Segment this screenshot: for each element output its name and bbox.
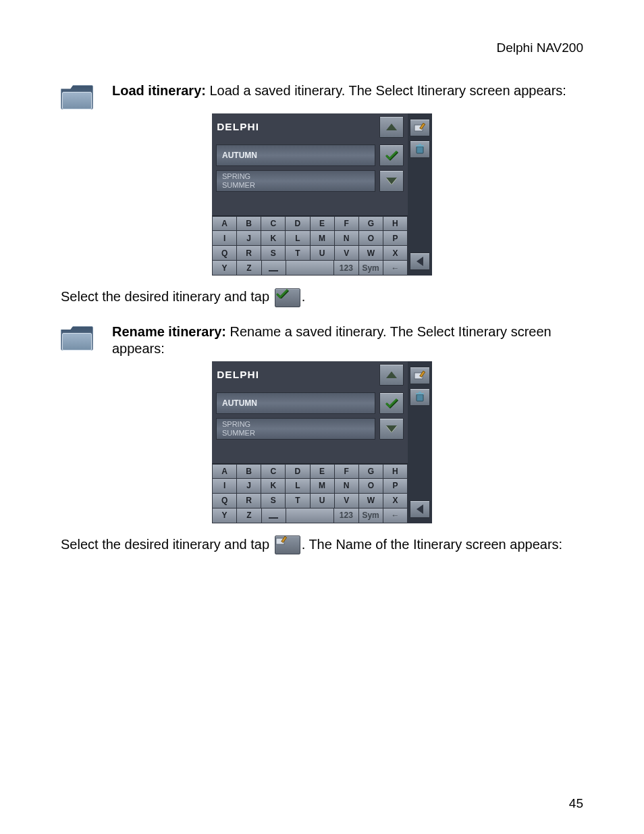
load-itinerary-text: Load itinerary: Load a saved itinerary. … xyxy=(112,82,583,99)
key-f[interactable]: F xyxy=(335,464,359,479)
key-blank[interactable] xyxy=(286,261,335,276)
key-z[interactable]: Z xyxy=(237,261,261,276)
itinerary-other-items[interactable]: SPRING SUMMER xyxy=(216,418,375,440)
key-sym[interactable]: Sym xyxy=(359,509,383,523)
trash-icon[interactable] xyxy=(410,388,430,406)
scroll-up-button[interactable] xyxy=(379,116,404,138)
svg-marker-9 xyxy=(386,425,397,432)
rename-itinerary-title: Rename itinerary: xyxy=(112,324,226,339)
svg-marker-15 xyxy=(417,504,423,514)
key-g[interactable]: G xyxy=(359,464,383,479)
key-a[interactable]: A xyxy=(212,216,237,231)
key-m[interactable]: M xyxy=(311,231,335,246)
svg-rect-6 xyxy=(419,144,421,145)
key-r[interactable]: R xyxy=(237,494,261,509)
key-b[interactable]: B xyxy=(237,216,261,231)
edit-icon[interactable] xyxy=(410,367,430,384)
key-q[interactable]: Q xyxy=(212,246,237,261)
svg-rect-12 xyxy=(417,394,423,401)
key-x[interactable]: X xyxy=(383,494,408,509)
key-b[interactable]: B xyxy=(237,464,261,479)
onscreen-keyboard: A B C D E F G H I J K L M xyxy=(212,215,408,276)
trash-icon[interactable] xyxy=(410,140,430,158)
key-c[interactable]: C xyxy=(261,216,286,231)
key-c[interactable]: C xyxy=(261,464,286,479)
key-j[interactable]: J xyxy=(237,231,261,246)
load-itinerary-body: Load a saved itinerary. The Select Itine… xyxy=(206,83,566,98)
key-e[interactable]: E xyxy=(311,464,335,479)
key-k[interactable]: K xyxy=(261,479,286,494)
key-u[interactable]: U xyxy=(311,494,335,509)
itinerary-selected[interactable]: AUTUMN xyxy=(216,392,375,414)
folder-icon xyxy=(61,326,93,350)
svg-rect-5 xyxy=(416,145,424,147)
key-h[interactable]: H xyxy=(383,464,408,479)
key-underscore[interactable] xyxy=(262,261,286,276)
confirm-button[interactable] xyxy=(379,392,404,414)
key-a[interactable]: A xyxy=(212,464,237,479)
key-blank[interactable] xyxy=(286,509,335,523)
svg-rect-14 xyxy=(419,392,421,393)
inline-edit-button xyxy=(275,536,300,554)
key-123[interactable]: 123 xyxy=(334,509,358,523)
key-backspace[interactable]: ← xyxy=(383,509,408,523)
svg-rect-4 xyxy=(417,147,423,153)
key-d[interactable]: D xyxy=(286,464,310,479)
key-l[interactable]: L xyxy=(286,231,310,246)
key-p[interactable]: P xyxy=(383,231,408,246)
edit-icon[interactable] xyxy=(410,119,430,136)
itinerary-selected[interactable]: AUTUMN xyxy=(216,145,375,166)
key-u[interactable]: U xyxy=(311,246,335,261)
key-z[interactable]: Z xyxy=(237,509,261,523)
confirm-button[interactable] xyxy=(379,145,404,166)
key-t[interactable]: T xyxy=(286,494,310,509)
key-o[interactable]: O xyxy=(359,479,383,494)
load-after-text: Select the desired itinerary and tap . xyxy=(61,288,583,307)
key-123[interactable]: 123 xyxy=(334,261,358,276)
key-y[interactable]: Y xyxy=(212,509,237,523)
key-q[interactable]: Q xyxy=(212,494,237,509)
key-f[interactable]: F xyxy=(335,216,359,231)
key-r[interactable]: R xyxy=(237,246,261,261)
key-y[interactable]: Y xyxy=(212,261,237,276)
rename-after-text: Select the desired itinerary and tap . T… xyxy=(61,536,583,555)
key-g[interactable]: G xyxy=(359,216,383,231)
back-icon[interactable] xyxy=(410,253,430,270)
key-v[interactable]: V xyxy=(335,494,359,509)
key-n[interactable]: N xyxy=(335,231,359,246)
key-t[interactable]: T xyxy=(286,246,310,261)
svg-marker-7 xyxy=(417,257,423,266)
key-s[interactable]: S xyxy=(261,494,286,509)
folder-icon xyxy=(61,85,93,109)
key-i[interactable]: I xyxy=(212,479,237,494)
key-e[interactable]: E xyxy=(311,216,335,231)
key-i[interactable]: I xyxy=(212,231,237,246)
key-v[interactable]: V xyxy=(335,246,359,261)
key-o[interactable]: O xyxy=(359,231,383,246)
key-d[interactable]: D xyxy=(286,216,310,231)
back-icon[interactable] xyxy=(410,500,430,518)
key-w[interactable]: W xyxy=(359,246,383,261)
doc-header: Delphi NAV200 xyxy=(61,41,583,55)
inline-confirm-button xyxy=(275,288,300,307)
key-k[interactable]: K xyxy=(261,231,286,246)
page-number: 45 xyxy=(569,796,583,811)
rename-itinerary-text: Rename itinerary: Rename a saved itinera… xyxy=(112,323,583,357)
key-h[interactable]: H xyxy=(383,216,408,231)
select-itinerary-screenshot-2: DELPHI AUTUMN SPRING SUMMER xyxy=(212,361,432,523)
key-j[interactable]: J xyxy=(237,479,261,494)
key-s[interactable]: S xyxy=(261,246,286,261)
key-m[interactable]: M xyxy=(311,479,335,494)
key-l[interactable]: L xyxy=(286,479,310,494)
key-sym[interactable]: Sym xyxy=(359,261,383,276)
itinerary-other-items[interactable]: SPRING SUMMER xyxy=(216,170,375,192)
key-x[interactable]: X xyxy=(383,246,408,261)
scroll-down-button[interactable] xyxy=(379,170,404,192)
key-backspace[interactable]: ← xyxy=(383,261,408,276)
key-w[interactable]: W xyxy=(359,494,383,509)
scroll-down-button[interactable] xyxy=(379,418,404,440)
key-p[interactable]: P xyxy=(383,479,408,494)
scroll-up-button[interactable] xyxy=(379,364,404,386)
key-underscore[interactable] xyxy=(262,509,286,523)
key-n[interactable]: N xyxy=(335,479,359,494)
